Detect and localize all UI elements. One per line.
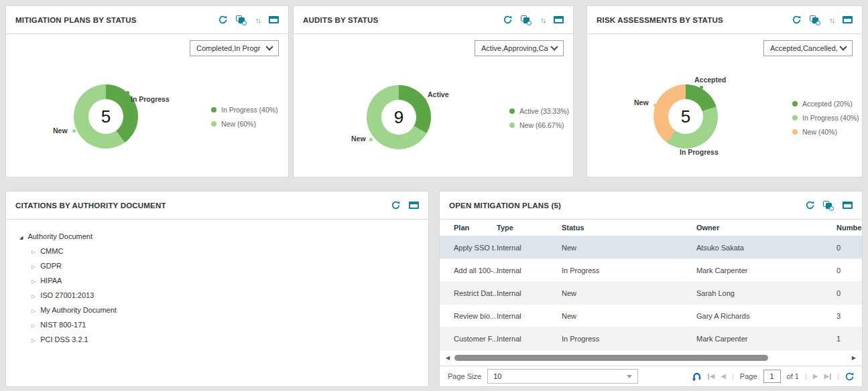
page-number-input[interactable] <box>763 370 781 383</box>
panel-header: RISK ASSESSMENTS BY STATUS <box>587 6 862 34</box>
legend-item[interactable]: In Progress (40%) <box>211 106 278 114</box>
cell-type: Internal <box>497 244 562 252</box>
cell-plan: Restrict Dat... <box>454 289 497 297</box>
maximize-window-icon[interactable] <box>843 16 853 23</box>
panel-risk-assessments-by-status: RISK ASSESSMENTS BY STATUS Accepted,Canc… <box>586 5 863 177</box>
column-header-status[interactable]: Status <box>562 224 696 232</box>
column-header-plan[interactable]: Plan <box>454 224 497 232</box>
maximize-window-icon[interactable] <box>269 16 279 23</box>
status-filter-dropdown[interactable]: Active,Approving,Ca <box>475 40 564 56</box>
caret-collapsed-icon[interactable] <box>32 306 36 314</box>
slice-dot <box>423 98 426 102</box>
next-page-button[interactable]: ▶ <box>813 373 818 380</box>
page-of-label: of 1 <box>787 372 799 380</box>
legend-item[interactable]: Accepted (20%) <box>792 100 859 108</box>
tree-node-label: CMMC <box>40 247 63 255</box>
maximize-window-icon[interactable] <box>409 202 419 209</box>
refresh-icon[interactable] <box>391 201 400 210</box>
tree-item-my-authority-document[interactable]: My Authority Document <box>32 303 428 317</box>
panel-title: CITATIONS BY AUTHORITY DOCUMENT <box>15 202 166 210</box>
chart-legend: In Progress (40%) New (60%) <box>211 106 278 128</box>
tree-item-pci-dss[interactable]: PCI DSS 3.2.1 <box>32 332 428 347</box>
panel-open-mitigation-plans: OPEN MITIGATION PLANS (5) Plan Type Stat… <box>439 191 863 387</box>
tree-item-nist-800-171[interactable]: NIST 800-171 <box>32 317 428 332</box>
refresh-icon[interactable] <box>806 201 814 210</box>
caret-collapsed-icon[interactable] <box>32 262 36 270</box>
refresh-icon[interactable] <box>503 15 512 24</box>
column-header-owner[interactable]: Owner <box>696 224 836 232</box>
caret-collapsed-icon[interactable] <box>32 291 36 299</box>
status-filter-dropdown[interactable]: Completed,In Progr <box>190 40 279 56</box>
legend-label: In Progress (40%) <box>802 114 859 122</box>
select-arrow-icon <box>627 375 632 378</box>
sort-icon[interactable] <box>255 16 260 24</box>
cell-type: Internal <box>497 312 562 320</box>
maximize-window-icon[interactable] <box>843 202 853 209</box>
column-header-number[interactable]: Number <box>836 224 862 232</box>
cell-owner: Mark Carpenter <box>696 335 836 343</box>
caret-expanded-icon[interactable] <box>19 232 23 240</box>
scrollbar-thumb[interactable] <box>454 355 768 361</box>
cell-owner: Mark Carpenter <box>696 266 836 275</box>
panel-mitigation-plans-by-status: MITIGATION PLANS BY STATUS Completed,In … <box>5 5 289 177</box>
export-schedule-icon[interactable] <box>521 15 532 25</box>
divider: | <box>805 372 807 380</box>
refresh-icon[interactable] <box>792 15 801 24</box>
donut-total: 9 <box>394 107 404 128</box>
last-page-button[interactable]: ▶ <box>824 373 831 380</box>
caret-collapsed-icon[interactable] <box>32 277 36 285</box>
legend-dot <box>792 115 798 121</box>
export-schedule-icon[interactable] <box>823 201 834 210</box>
panel-title: OPEN MITIGATION PLANS (5) <box>449 202 561 210</box>
legend-item[interactable]: New (66.67%) <box>509 121 569 129</box>
table-row[interactable]: Restrict Dat... Internal New Sarah Long … <box>440 282 862 305</box>
refresh-icon[interactable] <box>219 15 227 24</box>
cell-owner: Gary A Richards <box>696 312 836 320</box>
tree-item-cmmc[interactable]: CMMC <box>32 244 428 258</box>
previous-page-button[interactable]: ◀ <box>721 373 726 380</box>
table-row[interactable]: Review bio... Internal New Gary A Richar… <box>440 305 862 327</box>
tree-node-label: NIST 800-171 <box>40 321 86 329</box>
export-schedule-icon[interactable] <box>236 15 247 25</box>
cell-number: 0 <box>836 244 862 252</box>
slice-dot <box>693 142 696 145</box>
table-row[interactable]: Customer F... Internal In Progress Mark … <box>440 327 862 350</box>
caret-collapsed-icon[interactable] <box>32 321 36 329</box>
export-schedule-icon[interactable] <box>810 15 820 25</box>
first-page-button[interactable]: ◀ <box>708 373 715 380</box>
caret-collapsed-icon[interactable] <box>32 247 36 255</box>
scroll-left-arrow[interactable] <box>446 355 450 362</box>
legend-item[interactable]: Active (33.33%) <box>509 107 569 115</box>
chevron-down-icon <box>839 43 847 50</box>
status-filter-dropdown[interactable]: Accepted,Cancelled, <box>763 40 853 56</box>
donut-chart-audits[interactable]: 9 <box>367 85 431 149</box>
collapse-pager-icon[interactable] <box>691 371 702 382</box>
legend-item[interactable]: In Progress (40%) <box>792 114 859 122</box>
panel-header: MITIGATION PLANS BY STATUS <box>6 6 288 34</box>
table-row[interactable]: Add all 100-... Internal In Progress Mar… <box>440 259 862 282</box>
legend-item[interactable]: New (60%) <box>211 120 278 128</box>
tree-item-gdpr[interactable]: GDPR <box>32 258 428 273</box>
slice-dot <box>700 86 703 89</box>
sort-icon[interactable] <box>829 16 834 24</box>
scroll-right-arrow[interactable] <box>852 355 856 362</box>
legend-label: New (66.67%) <box>519 121 564 129</box>
tree-item-iso-27001[interactable]: ISO 27001:2013 <box>32 288 428 303</box>
tree-item-hipaa[interactable]: HIPAA <box>32 273 428 288</box>
donut-chart-risk[interactable]: 5 <box>654 84 718 149</box>
legend-item[interactable]: New (40%) <box>792 128 859 136</box>
sort-icon[interactable] <box>540 16 545 24</box>
cell-plan: Customer F... <box>454 335 497 343</box>
table-row[interactable]: Apply SSO t... Internal New Atsuko Sakat… <box>440 236 862 259</box>
refresh-grid-icon[interactable] <box>845 372 854 381</box>
maximize-window-icon[interactable] <box>554 16 564 23</box>
slice-label-in-progress: In Progress <box>680 148 719 156</box>
tree-root-authority-document[interactable]: Authority Document <box>19 229 428 244</box>
caret-collapsed-icon[interactable] <box>32 335 36 343</box>
status-filter-value: Completed,In Progr <box>196 44 260 52</box>
page-size-select[interactable]: 10 <box>487 369 638 384</box>
column-header-type[interactable]: Type <box>497 224 562 232</box>
legend-dot <box>211 107 216 112</box>
legend-dot <box>792 129 798 135</box>
slice-label-in-progress: In Progress <box>131 95 170 103</box>
